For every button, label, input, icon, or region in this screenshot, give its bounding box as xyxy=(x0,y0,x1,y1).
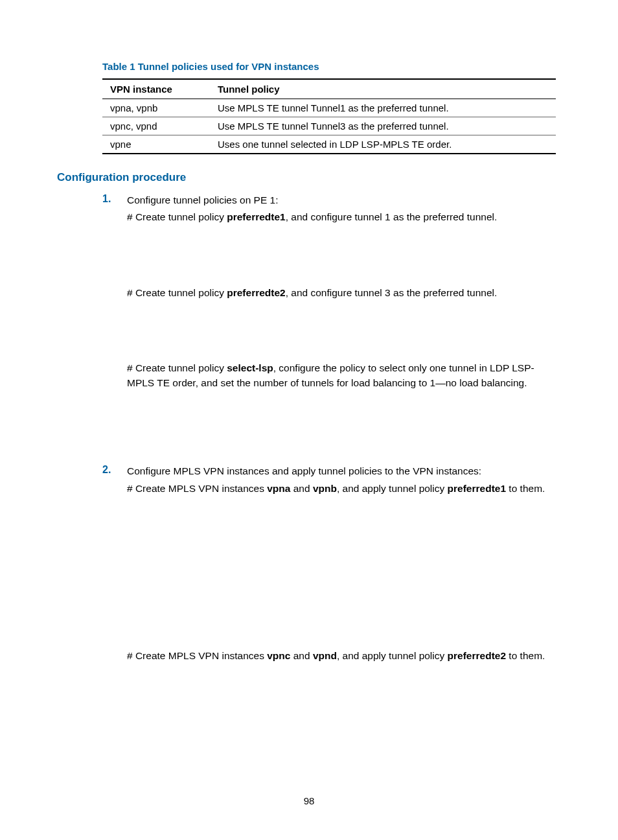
cell-tunnel-policy: Use MPLS TE tunnel Tunnel3 as the prefer… xyxy=(210,117,556,135)
bold-text: preferredte1 xyxy=(227,211,285,222)
bold-text: vpnd xyxy=(313,650,337,661)
table-row: vpna, vpnb Use MPLS TE tunnel Tunnel1 as… xyxy=(102,99,556,117)
page-number: 98 xyxy=(0,795,618,806)
step-number: 1. xyxy=(102,193,111,205)
bold-text: vpna xyxy=(267,483,290,494)
step-block: # Create tunnel policy preferredte1, and… xyxy=(127,210,561,224)
bold-text: preferredte2 xyxy=(227,287,285,298)
step-block: # Create tunnel policy select-lsp, confi… xyxy=(127,361,561,390)
step-block: # Create MPLS VPN instances vpnc and vpn… xyxy=(127,649,561,663)
text: # Create tunnel policy xyxy=(127,287,227,298)
table-header-vpn-instance: VPN instance xyxy=(102,79,210,99)
table-caption: Table 1 Tunnel policies used for VPN ins… xyxy=(102,61,561,72)
table-row: vpnc, vpnd Use MPLS TE tunnel Tunnel3 as… xyxy=(102,117,556,135)
cell-vpn-instance: vpne xyxy=(102,135,210,154)
step-block: # Create MPLS VPN instances vpna and vpn… xyxy=(127,482,561,496)
section-heading: Configuration procedure xyxy=(57,171,561,184)
cell-vpn-instance: vpnc, vpnd xyxy=(102,117,210,135)
cell-tunnel-policy: Uses one tunnel selected in LDP LSP-MPLS… xyxy=(210,135,556,154)
text: , and apply tunnel policy xyxy=(337,650,448,661)
text: # Create tunnel policy xyxy=(127,211,227,222)
step-number: 2. xyxy=(102,464,111,476)
table-row: vpne Uses one tunnel selected in LDP LSP… xyxy=(102,135,556,154)
text: , and configure tunnel 1 as the preferre… xyxy=(286,211,498,222)
step-lead: Configure MPLS VPN instances and apply t… xyxy=(127,464,561,478)
bold-text: preferredte1 xyxy=(448,483,506,494)
step-lead: Configure tunnel policies on PE 1: xyxy=(127,193,561,207)
bold-text: vpnc xyxy=(267,650,290,661)
text: # Create MPLS VPN instances xyxy=(127,650,267,661)
procedure-step: 2. Configure MPLS VPN instances and appl… xyxy=(102,464,561,663)
text: # Create MPLS VPN instances xyxy=(127,483,267,494)
procedure-list: 1. Configure tunnel policies on PE 1: # … xyxy=(57,193,561,664)
bold-text: select-lsp xyxy=(227,362,273,373)
table-header-tunnel-policy: Tunnel policy xyxy=(210,79,556,99)
text: to them. xyxy=(506,650,545,661)
text: and xyxy=(290,650,312,661)
cell-tunnel-policy: Use MPLS TE tunnel Tunnel1 as the prefer… xyxy=(210,99,556,117)
step-block: # Create tunnel policy preferredte2, and… xyxy=(127,286,561,300)
text: # Create tunnel policy xyxy=(127,362,227,373)
text: , and apply tunnel policy xyxy=(337,483,448,494)
procedure-step: 1. Configure tunnel policies on PE 1: # … xyxy=(102,193,561,452)
text: and xyxy=(290,483,312,494)
cell-vpn-instance: vpna, vpnb xyxy=(102,99,210,117)
text: , and configure tunnel 3 as the preferre… xyxy=(286,287,498,298)
bold-text: vpnb xyxy=(313,483,337,494)
tunnel-policy-table: VPN instance Tunnel policy vpna, vpnb Us… xyxy=(102,78,556,154)
bold-text: preferredte2 xyxy=(448,650,506,661)
text: to them. xyxy=(506,483,545,494)
